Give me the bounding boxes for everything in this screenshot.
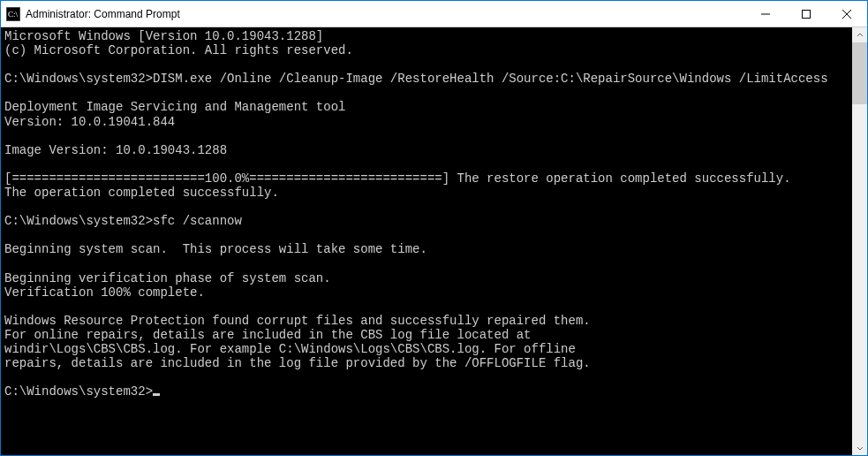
console-line: For online repairs, details are included… (4, 328, 532, 342)
scroll-thumb[interactable] (852, 42, 867, 104)
scroll-up-icon[interactable] (852, 27, 867, 42)
titlebar[interactable]: C:\ Administrator: Command Prompt (1, 1, 867, 27)
console-line: [==========================100.0%=======… (4, 171, 791, 186)
console-line: Version: 10.0.19041.844 (4, 115, 175, 129)
console-line: Beginning verification phase of system s… (4, 271, 331, 285)
cmd-icon: C:\ (6, 7, 20, 21)
content-area: Microsoft Windows [Version 10.0.19043.12… (1, 27, 867, 455)
cursor (153, 393, 160, 396)
console-line: Microsoft Windows [Version 10.0.19043.12… (4, 29, 323, 43)
maximize-button[interactable] (786, 1, 826, 27)
minimize-button[interactable] (745, 1, 786, 27)
window-title: Administrator: Command Prompt (26, 8, 745, 20)
console-line: Image Version: 10.0.19043.1288 (4, 143, 227, 157)
console-line: repairs, details are included in the log… (4, 356, 591, 370)
scroll-down-icon[interactable] (852, 440, 867, 455)
command-prompt-window: C:\ Administrator: Command Prompt Micros… (0, 0, 868, 456)
svg-rect-4 (803, 10, 811, 18)
console-prompt: C:\Windows\system32> (4, 384, 153, 399)
console-line: The operation completed successfully. (4, 186, 279, 200)
console-line: windir\Logs\CBS\CBS.log. For example C:\… (4, 342, 576, 356)
window-controls (745, 1, 867, 27)
console-line: Beginning system scan. This process will… (4, 242, 427, 256)
console-line: Windows Resource Protection found corrup… (4, 314, 591, 328)
console-line: C:\Windows\system32>sfc /scannow (4, 214, 242, 228)
console-line: Deployment Image Servicing and Managemen… (4, 100, 345, 114)
console-line: Verification 100% complete. (4, 285, 205, 300)
console-line: C:\Windows\system32>DISM.exe /Online /Cl… (4, 72, 828, 86)
vertical-scrollbar[interactable] (852, 27, 867, 455)
console-line: (c) Microsoft Corporation. All rights re… (4, 43, 353, 57)
close-button[interactable] (826, 1, 867, 27)
svg-text:C:\: C:\ (8, 10, 19, 19)
console-output[interactable]: Microsoft Windows [Version 10.0.19043.12… (1, 27, 852, 455)
